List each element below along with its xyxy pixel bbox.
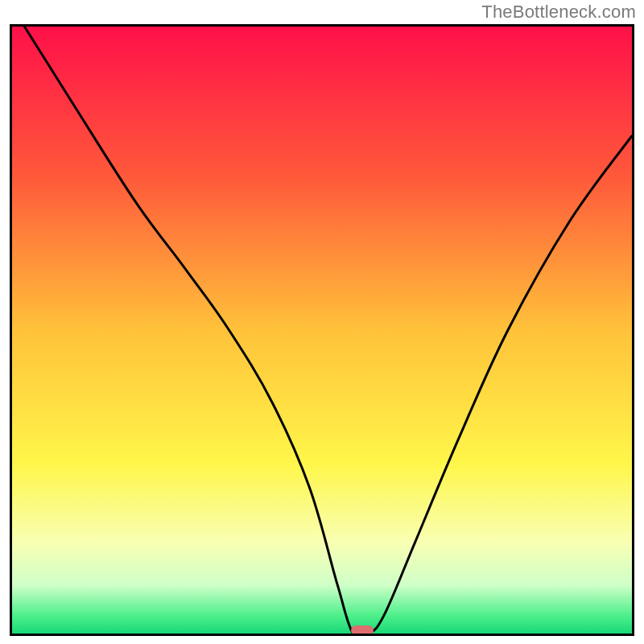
- watermark-text: TheBottleneck.com: [481, 2, 636, 23]
- plot-area: [10, 24, 634, 636]
- curve-layer: [12, 27, 632, 634]
- gradient-background: [12, 27, 632, 634]
- gradient-rect: [12, 27, 632, 634]
- bottleneck-curve: [24, 27, 632, 634]
- chart-container: TheBottleneck.com: [0, 0, 644, 644]
- minimum-marker: [351, 625, 374, 635]
